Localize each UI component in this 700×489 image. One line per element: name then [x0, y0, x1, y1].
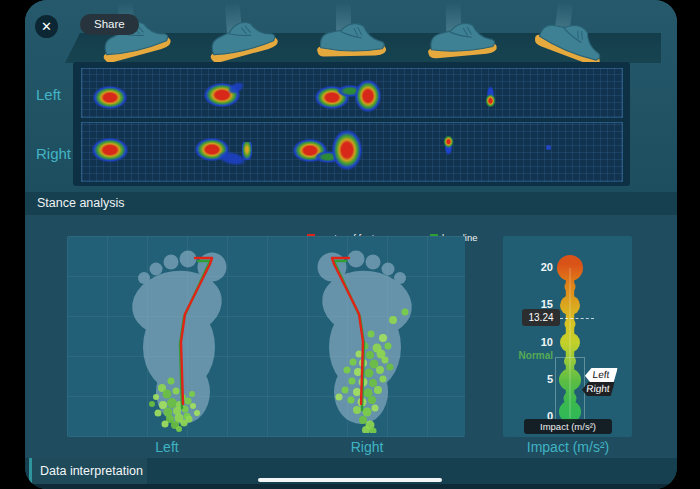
baseline-dot: [366, 351, 374, 359]
baseline-dot: [359, 416, 367, 424]
foot-pressure-panel: [67, 236, 465, 437]
baseline-dot: [374, 386, 382, 394]
baseline-dot: [380, 376, 387, 383]
baseline-dot: [190, 403, 196, 409]
baseline-dot: [344, 367, 351, 374]
impact-value-badge: 13.24: [522, 309, 560, 326]
pressure-blob: [332, 130, 362, 170]
baseline-dot: [376, 366, 384, 374]
left-foot-diagram: [99, 241, 249, 433]
stance-analysis-section: center of foot pressure baseline: [25, 215, 677, 458]
impact-gauge-panel: 20151050 Normal 13.24 Left Right Impact …: [503, 236, 632, 437]
baseline-dot: [365, 369, 374, 378]
running-shoe-icon: [419, 13, 500, 64]
pressure-blob: [485, 82, 496, 108]
stance-analysis-title: Stance analysis: [37, 196, 125, 210]
baseline-dot: [163, 390, 172, 399]
horizontal-scrollbar[interactable]: [258, 478, 442, 482]
pressure-blob: [443, 135, 454, 159]
pressure-blob: [93, 86, 127, 109]
gauge-tick-label: 10: [521, 336, 553, 348]
share-button[interactable]: Share: [80, 14, 139, 35]
baseline-dot: [402, 309, 409, 316]
tab-accent-bar: [29, 458, 32, 484]
baseline-dot: [368, 396, 376, 404]
pressure-blob: [546, 145, 551, 150]
baseline-dot: [173, 388, 180, 395]
app-window: ✕ Share Left Right Stance analysis cente…: [25, 0, 677, 489]
left-foot-axis-label: Left: [107, 439, 227, 455]
data-interpretation-tab[interactable]: Data interpretation: [29, 458, 147, 484]
gauge-tick-label: 5: [521, 373, 553, 385]
baseline-dot: [336, 394, 343, 401]
baseline-dot: [385, 343, 392, 350]
baseline-dot: [168, 378, 175, 385]
pressure-blob: [92, 138, 128, 162]
pressure-blob: [355, 80, 381, 112]
normal-label: Normal: [515, 350, 553, 361]
baseline-dot: [368, 331, 375, 338]
heatmap-right-label: Right: [36, 145, 72, 162]
baseline-dot: [369, 379, 377, 387]
baseline-dot: [387, 364, 394, 371]
baseline-dot: [155, 410, 162, 417]
baseline-dot: [382, 357, 389, 364]
gauge-tick-label: 20: [521, 261, 553, 273]
baseline-dot: [186, 416, 193, 423]
pressure-heatmap-container: [73, 62, 630, 186]
baseline-dot: [348, 397, 355, 404]
left-foot-silhouette: [128, 251, 227, 425]
baseline-dot: [162, 421, 169, 428]
impact-axis-label: Impact (m/s²): [508, 439, 628, 455]
baseline-dot: [342, 387, 349, 394]
baseline-dot: [167, 398, 177, 408]
bottom-edge: [25, 484, 677, 489]
baseline-dot: [370, 360, 379, 369]
pressure-blob: [242, 142, 252, 160]
baseline-dot: [353, 388, 361, 396]
running-shoe-icon: [311, 16, 389, 62]
baseline-dot: [189, 391, 195, 397]
baseline-dot: [159, 401, 167, 409]
value-dashed-line: [560, 318, 594, 319]
close-button[interactable]: ✕: [35, 15, 58, 38]
baseline-dot: [176, 426, 182, 432]
impact-unit-badge: Impact (m/s²): [524, 419, 612, 434]
baseline-dot: [153, 394, 159, 400]
normal-range-box: [555, 357, 585, 420]
baseline-dot: [149, 401, 155, 407]
gait-hero-section: ✕ Share Left Right: [25, 0, 677, 192]
baseline-dot: [353, 406, 361, 414]
baseline-dot: [349, 378, 356, 385]
baseline-dot: [185, 398, 192, 405]
right-foot-diagram: [295, 241, 445, 433]
baseline-dot: [350, 359, 357, 366]
baseline-dot: [379, 334, 387, 342]
stance-analysis-header: Stance analysis: [25, 192, 677, 215]
baseline-dot: [194, 410, 200, 416]
baseline-dot: [164, 408, 173, 417]
baseline-dot: [389, 316, 397, 324]
baseline-dot: [363, 408, 372, 417]
baseline-dot: [372, 405, 379, 412]
right-foot-silhouette: [318, 251, 417, 425]
heatmap-left-label: Left: [36, 86, 72, 103]
data-interpretation-label: Data interpretation: [40, 464, 143, 478]
right-foot-axis-label: Right: [307, 439, 427, 455]
